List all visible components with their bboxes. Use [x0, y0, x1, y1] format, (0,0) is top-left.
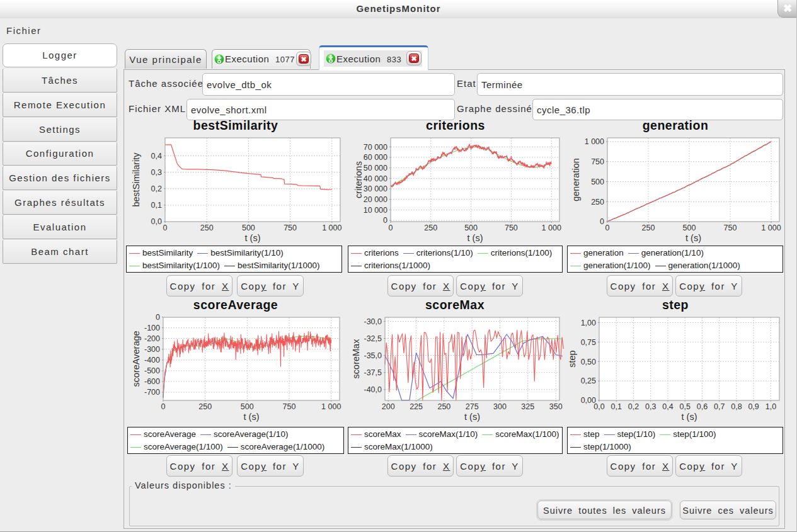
- svg-text:0,3: 0,3: [151, 168, 162, 177]
- svg-text:scoreAverage: scoreAverage: [131, 331, 141, 387]
- svg-text:0,25: 0,25: [581, 376, 596, 385]
- svg-text:0,75: 0,75: [581, 338, 596, 347]
- svg-text:30 000: 30 000: [364, 184, 387, 193]
- svg-text:1 000: 1 000: [542, 224, 561, 232]
- svg-text:0,1: 0,1: [151, 201, 162, 210]
- svg-text:1 000: 1 000: [761, 224, 781, 232]
- svg-text:-35,0: -35,0: [364, 351, 382, 360]
- svg-text:10 000: 10 000: [364, 206, 387, 215]
- svg-text:0,50: 0,50: [581, 358, 596, 366]
- svg-text:scoreMax: scoreMax: [425, 298, 485, 312]
- svg-text:generation: generation: [571, 158, 581, 201]
- svg-text:250: 250: [642, 224, 655, 232]
- svg-text:50 000: 50 000: [364, 164, 387, 173]
- svg-text:scoreAverage: scoreAverage: [193, 298, 278, 312]
- svg-text:750: 750: [724, 224, 737, 232]
- svg-text:generation: generation: [643, 118, 709, 132]
- svg-text:step: step: [662, 298, 689, 312]
- svg-text:250: 250: [198, 402, 212, 411]
- svg-text:t (s): t (s): [685, 233, 701, 243]
- svg-text:20 000: 20 000: [364, 195, 387, 204]
- svg-text:1 000: 1 000: [322, 224, 341, 232]
- svg-text:criterions: criterions: [426, 118, 485, 132]
- svg-text:275: 275: [466, 402, 479, 411]
- svg-text:1,00: 1,00: [581, 319, 596, 327]
- svg-text:350: 350: [549, 402, 563, 411]
- svg-text:200: 200: [382, 402, 395, 411]
- svg-text:0: 0: [161, 402, 166, 411]
- svg-text:1 000: 1 000: [321, 402, 341, 411]
- svg-text:-40,0: -40,0: [364, 385, 382, 394]
- svg-text:325: 325: [521, 402, 534, 411]
- svg-text:0,6: 0,6: [697, 402, 708, 411]
- svg-text:750: 750: [283, 402, 296, 411]
- svg-text:0: 0: [156, 313, 160, 322]
- svg-text:60 000: 60 000: [364, 153, 387, 162]
- svg-text:scoreMax: scoreMax: [351, 339, 361, 379]
- svg-text:-600: -600: [144, 377, 160, 386]
- svg-text:300: 300: [493, 402, 507, 411]
- svg-text:0,7: 0,7: [714, 402, 725, 411]
- svg-text:0: 0: [389, 224, 393, 232]
- svg-text:0,2: 0,2: [151, 184, 162, 193]
- svg-text:1,0: 1,0: [765, 402, 776, 411]
- svg-text:750: 750: [591, 157, 604, 166]
- svg-text:500: 500: [242, 224, 255, 232]
- svg-text:0,4: 0,4: [662, 402, 673, 411]
- svg-text:0,3: 0,3: [645, 402, 656, 411]
- svg-text:0,8: 0,8: [731, 402, 742, 411]
- svg-text:500: 500: [591, 178, 604, 186]
- svg-text:-32,5: -32,5: [364, 334, 382, 343]
- svg-text:0,0: 0,0: [151, 217, 162, 226]
- svg-text:250: 250: [424, 224, 437, 232]
- svg-text:criterions: criterions: [353, 161, 364, 198]
- svg-text:-100: -100: [144, 324, 160, 332]
- svg-text:-400: -400: [144, 356, 160, 365]
- svg-text:0,5: 0,5: [680, 402, 691, 411]
- svg-text:bestSimilarity: bestSimilarity: [193, 118, 278, 132]
- svg-text:-500: -500: [144, 366, 160, 375]
- svg-text:-200: -200: [144, 334, 160, 343]
- svg-text:750: 750: [284, 224, 297, 232]
- svg-text:500: 500: [241, 402, 254, 411]
- svg-text:t (s): t (s): [682, 412, 697, 422]
- svg-text:500: 500: [464, 224, 478, 232]
- svg-text:70 000: 70 000: [364, 143, 387, 152]
- svg-text:225: 225: [410, 402, 423, 411]
- svg-text:0,9: 0,9: [748, 402, 759, 411]
- svg-text:250: 250: [591, 198, 604, 207]
- svg-text:0,2: 0,2: [628, 402, 639, 411]
- svg-text:bestSimilarity: bestSimilarity: [131, 152, 141, 207]
- svg-text:750: 750: [505, 224, 518, 232]
- svg-text:500: 500: [683, 224, 696, 232]
- svg-text:0: 0: [605, 224, 610, 232]
- svg-text:0: 0: [600, 217, 604, 226]
- svg-text:0: 0: [163, 224, 168, 232]
- svg-text:250: 250: [437, 402, 450, 411]
- svg-text:step: step: [567, 350, 577, 367]
- svg-text:0,00: 0,00: [581, 396, 596, 405]
- svg-text:-300: -300: [144, 345, 160, 354]
- svg-text:0: 0: [383, 216, 387, 225]
- svg-text:40 000: 40 000: [364, 174, 387, 183]
- svg-text:-37,5: -37,5: [364, 368, 382, 377]
- svg-text:250: 250: [200, 224, 214, 232]
- svg-text:t (s): t (s): [245, 233, 261, 243]
- svg-text:0,1: 0,1: [611, 402, 622, 411]
- svg-text:0,4: 0,4: [151, 152, 162, 161]
- svg-text:t (s): t (s): [464, 412, 480, 422]
- svg-text:t (s): t (s): [467, 233, 483, 243]
- svg-text:t (s): t (s): [244, 412, 260, 422]
- svg-text:-30,0: -30,0: [364, 317, 382, 326]
- svg-text:1 000: 1 000: [585, 137, 604, 146]
- svg-text:-700: -700: [144, 388, 160, 397]
